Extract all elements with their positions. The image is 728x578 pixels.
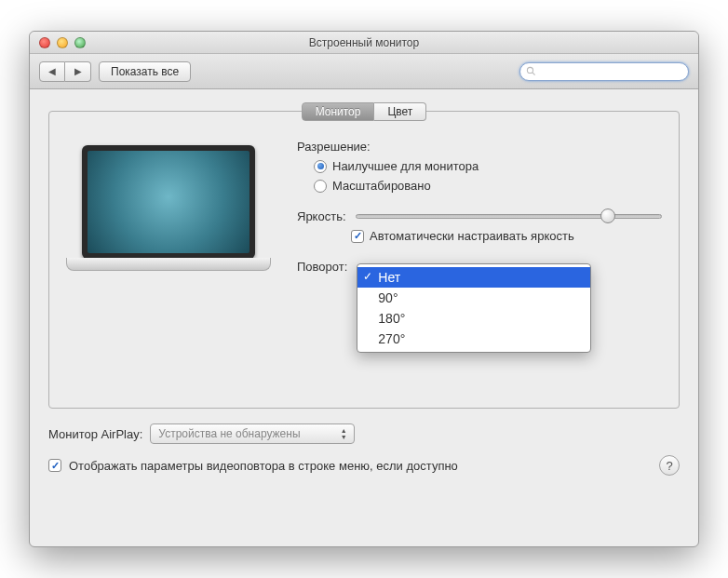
forward-button[interactable]: ▶ bbox=[65, 61, 91, 82]
settings-column: Разрешение: Наилучшее для монитора Масшт… bbox=[297, 140, 662, 391]
svg-line-1 bbox=[533, 73, 535, 75]
rotation-label: Поворот: bbox=[297, 260, 347, 274]
chevron-updown-icon: ▲▼ bbox=[336, 426, 351, 441]
radio-icon bbox=[314, 180, 327, 193]
footer-row: Отображать параметры видеоповтора в стро… bbox=[48, 455, 680, 476]
resolution-label: Разрешение: bbox=[297, 140, 662, 154]
radio-best[interactable]: Наилучшее для монитора bbox=[314, 159, 662, 173]
back-button[interactable]: ◀ bbox=[39, 61, 65, 82]
tab-monitor[interactable]: Монитор bbox=[302, 102, 375, 121]
toolbar: ◀ ▶ Показать все bbox=[30, 54, 698, 89]
rotation-option-none[interactable]: Нет bbox=[357, 267, 590, 288]
brightness-slider[interactable] bbox=[356, 214, 662, 219]
rotation-option-270[interactable]: 270° bbox=[357, 329, 590, 349]
slider-knob[interactable] bbox=[600, 208, 615, 223]
brightness-label: Яркость: bbox=[297, 209, 346, 223]
zoom-icon[interactable] bbox=[74, 37, 86, 48]
airplay-value: Устройства не обнаружены bbox=[158, 427, 300, 440]
tab-bar: Монитор Цвет bbox=[48, 102, 680, 121]
radio-icon bbox=[314, 160, 327, 173]
rotation-option-180[interactable]: 180° bbox=[357, 308, 590, 329]
rotation-group: Поворот: Нет 90° 180° 270° bbox=[297, 260, 662, 274]
show-mirror-label: Отображать параметры видеоповтора в стро… bbox=[69, 459, 458, 473]
airplay-popup[interactable]: Устройства не обнаружены ▲▼ bbox=[150, 423, 355, 444]
rotation-option-90[interactable]: 90° bbox=[357, 288, 590, 308]
traffic-lights bbox=[39, 37, 86, 48]
show-mirror-checkbox[interactable] bbox=[48, 459, 61, 472]
search-icon bbox=[526, 66, 536, 76]
settings-panel: Разрешение: Наилучшее для монитора Масшт… bbox=[48, 111, 680, 409]
help-button[interactable]: ? bbox=[659, 455, 680, 476]
minimize-icon[interactable] bbox=[57, 37, 68, 48]
show-all-button[interactable]: Показать все bbox=[99, 61, 191, 82]
radio-scaled-label: Масштабировано bbox=[332, 179, 431, 193]
tab-color[interactable]: Цвет bbox=[374, 102, 426, 121]
bottom-section: Монитор AirPlay: Устройства не обнаружен… bbox=[48, 423, 680, 476]
search-field[interactable] bbox=[519, 62, 689, 81]
titlebar: Встроенный монитор bbox=[30, 32, 698, 54]
radio-scaled[interactable]: Масштабировано bbox=[314, 179, 662, 193]
auto-brightness-label: Автоматически настраивать яркость bbox=[370, 229, 574, 243]
laptop-screen-icon bbox=[82, 145, 255, 259]
airplay-label: Монитор AirPlay: bbox=[48, 427, 142, 441]
radio-best-label: Наилучшее для монитора bbox=[332, 159, 479, 173]
search-input[interactable] bbox=[541, 65, 682, 78]
display-preview bbox=[66, 145, 271, 294]
resolution-group: Разрешение: Наилучшее для монитора Масшт… bbox=[297, 140, 662, 193]
nav-group: ◀ ▶ bbox=[39, 61, 91, 82]
preferences-window: Встроенный монитор ◀ ▶ Показать все Мони… bbox=[29, 31, 699, 547]
airplay-row: Монитор AirPlay: Устройства не обнаружен… bbox=[48, 423, 680, 444]
window-title: Встроенный монитор bbox=[30, 36, 698, 49]
rotation-dropdown[interactable]: Нет 90° 180° 270° bbox=[357, 263, 591, 353]
content: Монитор Цвет Разрешение: Наилучшее для м… bbox=[30, 89, 698, 546]
brightness-group: Яркость: Автоматически настраивать яркос… bbox=[297, 209, 662, 243]
auto-brightness-checkbox[interactable] bbox=[351, 230, 364, 243]
svg-point-0 bbox=[527, 67, 533, 73]
close-icon[interactable] bbox=[39, 37, 50, 48]
